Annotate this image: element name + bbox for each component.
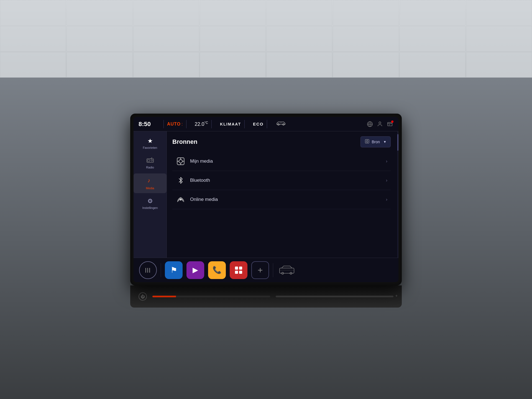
pause-button[interactable]: ||| [139,261,157,279]
ceiling-tile [200,26,266,52]
physical-controls: ⏻ [130,285,402,308]
volume-slider[interactable] [152,296,270,297]
sidebar-item-media[interactable]: ♪ Media [134,173,167,193]
sidebar-item-label: Instellingen [142,206,158,209]
svg-rect-30 [239,271,242,274]
apps-menu-button[interactable] [230,261,247,279]
source-item-bluetooth[interactable]: Bluetooth › [172,171,391,190]
mijn-media-icon [176,156,186,166]
sidebar: ★ Favorieten Radio [134,131,167,258]
main-area: ★ Favorieten Radio [134,131,398,258]
ceiling-tile [466,0,532,25]
power-button[interactable]: ⏻ [139,292,147,301]
add-app-button[interactable]: + [251,261,269,279]
svg-rect-7 [388,122,392,126]
car-status-button[interactable] [277,261,296,279]
globe-icon [366,121,374,128]
flag-icon: ⚑ [170,265,177,275]
chevron-right-icon: › [386,159,387,164]
status-bar: 8:50 AUTO : 22.0°C KLIMAAT ECO [134,117,398,131]
ceiling-tile [333,52,399,78]
source-item-label: Online media [190,197,382,202]
ceiling-tile [66,26,132,52]
svg-text:A: A [280,122,282,124]
ceiling-tile [266,52,332,78]
online-media-icon [176,195,186,204]
svg-point-6 [379,122,381,124]
sidebar-item-radio[interactable]: Radio [134,154,167,172]
bron-icon [365,139,370,145]
ceiling-tile [133,26,199,52]
phone-button[interactable]: 📞 [208,261,226,279]
notification-icon [386,121,393,128]
ceiling-tiles [0,0,532,78]
ceiling-tile [266,26,332,52]
taskbar: ||| ⚑ ▶ 📞 [134,258,398,282]
person-icon [376,121,383,128]
bron-button[interactable]: Bron ▼ [360,136,391,147]
svg-point-17 [366,140,368,142]
divider [211,120,212,128]
source-item-mijn-media[interactable]: Mijn media › [172,152,391,171]
time-display: 8:50 [139,121,155,128]
chevron-down-icon: ▼ [383,140,387,144]
divider [267,120,267,128]
ceiling-tile [266,0,332,25]
navigation-button[interactable]: ⚑ [165,261,183,279]
ceiling-tile [133,52,199,78]
svg-text:♪: ♪ [147,177,150,183]
page-title: Bronnen [172,138,197,145]
scrollbar-thumb[interactable] [397,134,398,151]
ceiling-tile [133,0,199,25]
temperature-display: 22.0°C [195,121,208,127]
settings-icon: ⚙ [147,198,153,205]
ceiling-tile [0,52,66,78]
svg-rect-28 [239,267,242,270]
ceiling-tile [0,0,66,25]
car-icon: A [275,121,287,127]
ceiling-tile [333,26,399,52]
ceiling-tile [200,52,266,78]
climate-info: AUTO : 22.0°C KLIMAAT ECO [167,120,366,128]
ceiling [0,0,532,78]
bluetooth-icon [176,175,186,185]
content-area: Bronnen Bron ▼ [167,131,396,258]
ceiling-tile [466,52,532,78]
svg-rect-12 [148,160,150,162]
auto-label: AUTO [167,122,181,127]
divider [163,120,164,128]
media-player-button[interactable]: ▶ [186,261,204,279]
taskbar-divider [273,263,273,277]
screen-container: 8:50 AUTO : 22.0°C KLIMAAT ECO [130,114,402,308]
ceiling-tile [400,26,466,52]
play-icon: ▶ [193,266,198,274]
svg-rect-29 [235,271,238,274]
chevron-right-icon: › [386,197,387,202]
screen-bezel: 8:50 AUTO : 22.0°C KLIMAAT ECO [130,114,402,285]
ceiling-tile [400,0,466,25]
content-header: Bronnen Bron ▼ [172,136,391,147]
grid-icon [234,266,243,274]
bron-label: Bron [372,140,380,144]
music-icon: ♪ [147,177,154,185]
car-overview-icon [278,265,295,276]
ceiling-tile [0,26,66,52]
ceiling-tile [66,0,132,25]
scrollbar-track [397,131,398,258]
taskbar-divider [161,263,161,277]
sidebar-item-instellingen[interactable]: ⚙ Instellingen [134,194,167,213]
sidebar-item-favorieten[interactable]: ★ Favorieten [134,134,167,153]
source-item-label: Mijn media [190,158,382,164]
divider [244,120,245,128]
ceiling-tile [333,0,399,25]
source-item-online-media[interactable]: Online media › [172,190,391,209]
ceiling-tile [400,52,466,78]
svg-point-21 [179,160,183,163]
divider [186,120,186,128]
source-item-label: Bluetooth [190,178,382,183]
source-list: Mijn media › Bluetooth › [172,152,391,209]
tune-slider[interactable] [276,296,393,297]
ceiling-tile [200,0,266,25]
sidebar-item-label: Radio [146,166,154,169]
auto-dots: : [181,122,183,127]
